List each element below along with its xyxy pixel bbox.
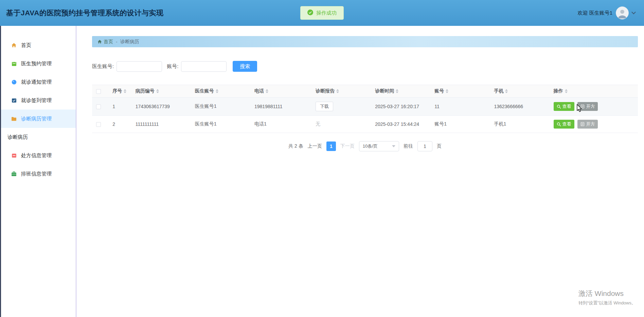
- sort-icon[interactable]: [266, 89, 268, 93]
- sort-icon[interactable]: [446, 89, 448, 93]
- doctor-account-label: 医生账号:: [92, 63, 114, 70]
- cell-record-no: 1743063617739: [131, 98, 191, 116]
- col-record-no[interactable]: 病历编号: [131, 85, 191, 98]
- app-header: 基于JAVA的医院预约挂号管理系统的设计与实现 操作成功 欢迎 医生账号1: [0, 0, 644, 26]
- sidebar-item-label: 排班信息管理: [21, 171, 52, 177]
- doctor-account-input[interactable]: [117, 61, 162, 72]
- row-checkbox[interactable]: [96, 104, 101, 109]
- breadcrumb-separator: -: [116, 39, 118, 45]
- col-doctor-account[interactable]: 医生账号: [191, 85, 250, 98]
- sort-icon[interactable]: [505, 89, 508, 93]
- goto-page-input[interactable]: [417, 141, 432, 151]
- search-bar: 医生账号: 账号: 搜索: [92, 61, 638, 72]
- view-button[interactable]: 查看: [554, 102, 574, 111]
- download-button[interactable]: 下载: [316, 102, 333, 111]
- prescribe-button[interactable]: 开方: [577, 120, 598, 129]
- search-button[interactable]: 搜索: [233, 61, 257, 72]
- breadcrumb-home[interactable]: 首页: [97, 39, 113, 45]
- sidebar-subitem-diagnosis-record[interactable]: 诊断病历: [0, 128, 76, 146]
- cell-mobile: 13623666666: [490, 98, 549, 116]
- sort-icon[interactable]: [216, 89, 218, 93]
- sidebar-item-label: 就诊签到管理: [21, 97, 52, 104]
- sort-icon[interactable]: [124, 89, 126, 93]
- cell-select: [92, 98, 108, 116]
- page-size-value: 10条/页: [363, 143, 378, 149]
- watermark-line1: 激活 Windows: [578, 289, 636, 298]
- appointment-icon: [11, 61, 17, 66]
- pagination-total: 共 2 条: [288, 143, 303, 149]
- col-select: [92, 85, 108, 98]
- toast-text: 操作成功: [316, 10, 337, 16]
- sidebar-item-schedule-info[interactable]: 排班信息管理: [0, 165, 76, 183]
- table-row: 1 1743063617739 医生账号1 19819881111 下载 202…: [92, 98, 638, 116]
- records-table: 序号 病历编号 医生账号 电话 诊断报告 诊断时间 账号 手机 操作 1: [92, 85, 638, 133]
- sort-icon[interactable]: [336, 89, 339, 93]
- cell-actions: 查看 开方: [550, 98, 638, 116]
- col-index[interactable]: 序号: [108, 85, 131, 98]
- pagination: 共 2 条 上一页 1 下一页 10条/页 前往 页: [92, 141, 638, 151]
- cell-report: 无: [311, 116, 371, 133]
- success-check-icon: [307, 10, 313, 17]
- cell-index: 2: [108, 116, 131, 133]
- sidebar-item-visit-notice[interactable]: 就诊通知管理: [0, 73, 76, 91]
- main-content: 首页 - 诊断病历 医生账号: 账号: 搜索 序号: [76, 26, 644, 317]
- welcome-text: 欢迎 医生账号1: [577, 10, 612, 16]
- col-time[interactable]: 诊断时间: [371, 85, 430, 98]
- row-checkbox[interactable]: [96, 122, 101, 127]
- sidebar-item-visit-checkin[interactable]: 就诊签到管理: [0, 91, 76, 110]
- sidebar-item-label: 医生预约管理: [21, 61, 52, 67]
- account-input[interactable]: [181, 61, 227, 72]
- sort-icon[interactable]: [565, 89, 568, 93]
- records-icon: [11, 116, 17, 121]
- notice-icon: [11, 79, 17, 85]
- col-phone[interactable]: 电话: [250, 85, 311, 98]
- page-1-button[interactable]: 1: [326, 141, 336, 151]
- sidebar-item-diagnosis-records[interactable]: 诊断病历管理: [0, 110, 76, 128]
- next-page-button[interactable]: 下一页: [340, 143, 355, 149]
- col-mobile[interactable]: 手机: [490, 85, 549, 98]
- home-icon: [97, 39, 102, 44]
- account-label: 账号:: [167, 63, 178, 70]
- prev-page-button[interactable]: 上一页: [308, 143, 322, 149]
- document-icon: [580, 122, 585, 126]
- prescribe-button[interactable]: 开方: [577, 102, 598, 111]
- magnifier-icon: [557, 122, 561, 127]
- document-icon: [580, 104, 585, 109]
- sidebar-item-label: 诊断病历管理: [21, 116, 52, 122]
- breadcrumb-current: 诊断病历: [120, 39, 139, 45]
- user-avatar[interactable]: [616, 6, 629, 19]
- cell-record-no: 1111111111: [131, 116, 191, 133]
- sidebar-item-label: 诊断病历: [7, 134, 28, 140]
- sort-icon[interactable]: [396, 89, 398, 93]
- view-button[interactable]: 查看: [554, 120, 574, 129]
- cell-phone: 19819881111: [250, 98, 311, 116]
- col-actions[interactable]: 操作: [550, 85, 638, 98]
- cell-account: 账号1: [430, 116, 490, 133]
- breadcrumb-home-label: 首页: [104, 39, 113, 45]
- cell-report: 下载: [311, 98, 371, 116]
- app-title: 基于JAVA的医院预约挂号管理系统的设计与实现: [6, 8, 163, 18]
- layout: 首页 医生预约管理 就诊通知管理 就诊签到管理: [0, 26, 644, 317]
- cell-select: [92, 116, 108, 133]
- select-all-checkbox[interactable]: [96, 89, 101, 94]
- page-size-select[interactable]: 10条/页: [359, 141, 399, 151]
- col-report[interactable]: 诊断报告: [311, 85, 371, 98]
- sidebar-item-home[interactable]: 首页: [0, 36, 76, 54]
- sort-icon[interactable]: [156, 89, 159, 93]
- checkin-icon: [11, 98, 17, 103]
- cell-account: 11: [430, 98, 490, 116]
- report-none-text: 无: [316, 121, 320, 127]
- sidebar-item-prescription-info[interactable]: 处方信息管理: [0, 146, 76, 165]
- home-icon: [11, 43, 17, 48]
- chevron-down-icon[interactable]: [631, 10, 636, 14]
- table-row: 2 1111111111 医生账号1 电话1 无 2025-03-27 15:4…: [92, 116, 638, 133]
- cell-time: 2025-03-27 16:20:17: [371, 98, 430, 116]
- sidebar-item-doctor-appointment[interactable]: 医生预约管理: [0, 54, 76, 73]
- col-account[interactable]: 账号: [430, 85, 490, 98]
- table-header-row: 序号 病历编号 医生账号 电话 诊断报告 诊断时间 账号 手机 操作: [92, 85, 638, 98]
- watermark-line2: 转到“设置”以激活 Windows。: [578, 300, 636, 306]
- sidebar-item-label: 就诊通知管理: [21, 79, 52, 85]
- chevron-down-icon: [392, 145, 395, 147]
- page: 基于JAVA的医院预约挂号管理系统的设计与实现 操作成功 欢迎 医生账号1 首页: [0, 0, 644, 317]
- breadcrumb: 首页 - 诊断病历: [92, 36, 638, 47]
